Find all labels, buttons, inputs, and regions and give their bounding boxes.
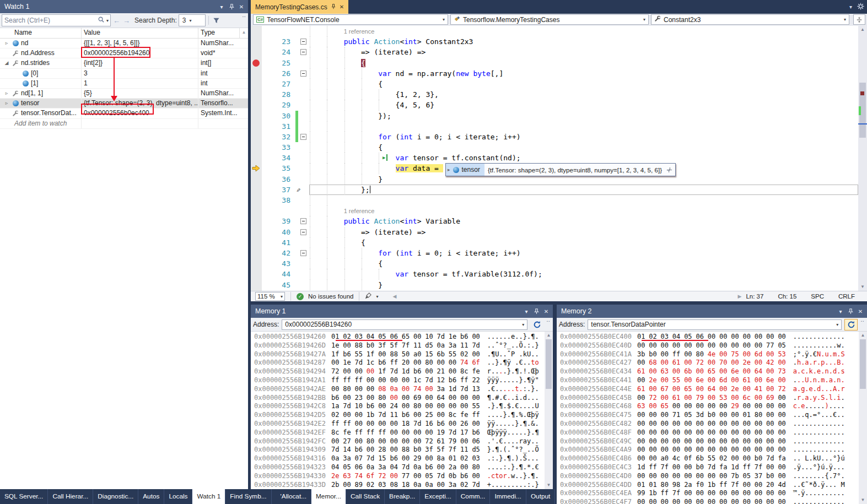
refresh-icon[interactable] — [844, 319, 858, 330]
memory-byte[interactable]: 00 — [649, 446, 657, 454]
memory-byte[interactable]: 00 — [708, 472, 716, 481]
memory-byte[interactable]: 64 — [708, 385, 716, 394]
memory-byte[interactable]: 80 — [696, 350, 704, 359]
chevron-down-icon[interactable]: ▾ — [836, 322, 838, 327]
memory-byte[interactable]: 00 — [425, 402, 433, 411]
memory-byte[interactable]: 3a — [343, 454, 351, 463]
memory-byte[interactable]: 01 — [743, 411, 751, 420]
memory-byte[interactable]: 00 — [460, 402, 468, 411]
window-menu-icon[interactable]: ▾ — [521, 307, 531, 316]
memory-byte[interactable]: 00 — [766, 350, 774, 359]
memory-byte[interactable]: 00 — [719, 367, 728, 376]
memory-byte[interactable]: 65 — [684, 385, 692, 394]
memory-byte[interactable]: 00 — [743, 481, 751, 490]
memory-byte[interactable]: 1f — [378, 367, 386, 376]
memory-byte[interactable]: 6b — [684, 367, 692, 376]
scroll-up-icon[interactable]: ▲ — [240, 28, 248, 38]
memory-byte[interactable]: 53 — [778, 350, 786, 359]
collapse-box[interactable] — [300, 218, 306, 224]
memory-row[interactable]: 0x000002556B0EC40D0000000000000000000000… — [560, 342, 859, 350]
memory-row[interactable]: 0x000002556B1943097d14b600280088b03f5f7f… — [254, 446, 545, 454]
code-line[interactable]: 34var tensor = tf.constant(nd);▶ — [251, 153, 858, 163]
memory-byte[interactable]: 00 — [755, 481, 763, 490]
memory-byte[interactable]: 00 — [743, 446, 751, 454]
memory-byte[interactable]: 22 — [472, 376, 480, 385]
memory-byte[interactable]: 00 — [390, 376, 398, 385]
watch-value[interactable]: 3 — [82, 69, 198, 78]
panel-tab[interactable]: Error List — [555, 489, 556, 504]
memory-byte[interactable]: fe — [460, 411, 468, 420]
memory-byte[interactable]: 03 — [472, 454, 480, 463]
glyph-margin[interactable] — [251, 269, 262, 279]
memory-byte[interactable]: b0 — [708, 411, 716, 420]
glyph-margin[interactable] — [251, 111, 262, 121]
memory-byte[interactable]: 99 — [637, 489, 645, 498]
memory-byte[interactable]: 3a — [378, 463, 386, 472]
watch-row[interactable]: ▹nd[1, 1]{5}NumShar... — [0, 89, 248, 99]
memory-byte[interactable]: 00 — [637, 498, 645, 504]
issues-status[interactable]: No issues found — [308, 293, 353, 300]
memory-byte[interactable]: 00 — [731, 333, 739, 342]
memory-byte[interactable]: 00 — [637, 359, 645, 367]
memory-byte[interactable]: 05 — [425, 472, 433, 481]
memory-byte[interactable]: 00 — [719, 411, 728, 420]
watch-add-row[interactable]: Add item to watch — [0, 119, 248, 129]
glyph-margin[interactable] — [251, 248, 262, 258]
search-icon[interactable] — [98, 16, 105, 25]
memory-byte[interactable]: 24 — [390, 402, 398, 411]
memory-byte[interactable]: 00 — [672, 472, 681, 481]
memory-byte[interactable]: 1d — [402, 367, 410, 376]
memory-byte[interactable]: 01 — [637, 481, 645, 490]
memory-byte[interactable]: 00 — [684, 342, 692, 350]
memory-byte[interactable]: 00 — [413, 359, 422, 367]
type-dropdown[interactable]: Tensorflow.MemoryTestingCases ▾ — [450, 14, 649, 25]
memory-byte[interactable]: 00 — [672, 385, 681, 394]
memory-byte[interactable]: 80 — [661, 481, 669, 490]
memory-byte[interactable]: 29 — [731, 402, 739, 411]
code-line[interactable]: 24=> (iterate) => — [251, 47, 858, 57]
memory-byte[interactable]: 00 — [743, 420, 751, 429]
memory-byte[interactable]: 2a — [449, 463, 457, 472]
memory-byte[interactable]: 7d — [343, 402, 351, 411]
memory-byte[interactable]: 70 — [719, 359, 728, 367]
memory-byte[interactable]: ff — [472, 411, 480, 420]
code-line[interactable]: 45} — [251, 280, 858, 290]
memory-byte[interactable]: 80 — [343, 385, 351, 394]
memory-byte[interactable]: 00 — [661, 411, 669, 420]
memory-byte[interactable]: 0a — [413, 463, 422, 472]
memory-byte[interactable]: 68 — [649, 359, 657, 367]
memory-byte[interactable]: 00 — [672, 446, 681, 454]
memory-byte[interactable]: 7d — [472, 342, 480, 350]
brush-icon[interactable] — [365, 292, 371, 300]
code-line[interactable]: 39public Action<int> Variable — [251, 216, 858, 226]
memory-byte[interactable]: 55 — [449, 350, 457, 359]
memory-byte[interactable]: 06 — [472, 437, 480, 446]
memory-byte[interactable]: 26 — [460, 420, 468, 429]
code-line[interactable]: 41{ — [251, 237, 858, 248]
panel-tab[interactable]: Call Stack — [346, 489, 385, 504]
memory-row[interactable]: 0x000002556B0EC4000102030405060000000000… — [560, 333, 859, 342]
code-text[interactable]: } — [309, 280, 858, 290]
glyph-margin[interactable] — [251, 68, 262, 79]
memory-byte[interactable]: 29 — [413, 454, 422, 463]
memory-byte[interactable]: 00 — [731, 359, 739, 367]
code-line[interactable]: 29{4, 5, 6} — [251, 100, 858, 110]
memory-byte[interactable]: 00 — [766, 402, 774, 411]
memory-byte[interactable]: ff — [719, 481, 728, 490]
breakpoint-icon[interactable] — [252, 59, 260, 67]
memory-byte[interactable]: 74 — [413, 385, 422, 394]
memory-byte[interactable]: 00 — [343, 411, 351, 420]
column-header-name[interactable]: Name — [0, 28, 82, 38]
memory-byte[interactable]: 00 — [437, 463, 445, 472]
memory-byte[interactable]: 00 — [355, 420, 363, 429]
memory-byte[interactable]: 3b — [637, 350, 645, 359]
memory-byte[interactable]: 69 — [766, 394, 774, 403]
memory-byte[interactable]: 00 — [708, 498, 716, 504]
memory-byte[interactable]: b0 — [413, 446, 422, 454]
memory-byte[interactable]: 00 — [719, 472, 728, 481]
memory-byte[interactable]: 00 — [719, 333, 728, 342]
memory-byte[interactable]: 00 — [743, 498, 751, 504]
memory-byte[interactable]: 00 — [649, 385, 657, 394]
scroll-up-icon[interactable]: ▲ — [858, 26, 867, 34]
memory2-content[interactable]: 0x000002556B0EC4000102030405060000000000… — [557, 332, 859, 504]
